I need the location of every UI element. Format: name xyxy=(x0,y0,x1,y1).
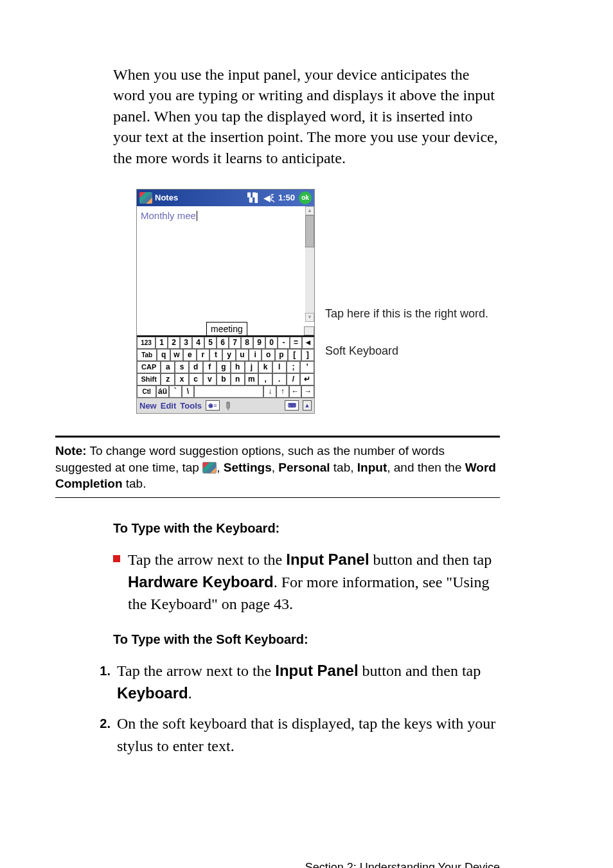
kb-6[interactable]: 6 xyxy=(217,337,229,349)
note-area[interactable]: Monthly mee ▲ ▼ xyxy=(137,206,314,322)
kb-a[interactable]: a xyxy=(161,361,175,373)
kb-ctl[interactable]: Ctl xyxy=(137,385,156,398)
kb-h[interactable]: h xyxy=(231,361,245,373)
kb-k[interactable]: k xyxy=(258,361,272,373)
label-hardware-keyboard: Hardware Keyboard xyxy=(128,573,274,590)
ok-button[interactable]: ok xyxy=(299,191,312,204)
kb-123[interactable]: 123 xyxy=(137,337,155,349)
kb-space[interactable] xyxy=(194,385,263,398)
scrollbar[interactable]: ▲ ▼ xyxy=(305,206,314,322)
kb-semi[interactable]: ; xyxy=(287,361,301,373)
kb-down[interactable]: ↓ xyxy=(263,385,276,398)
scroll-up-icon[interactable]: ▲ xyxy=(305,206,314,215)
kb-eq[interactable]: = xyxy=(290,337,302,349)
kb-4[interactable]: 4 xyxy=(192,337,204,349)
kb-x[interactable]: x xyxy=(175,373,189,385)
kb-t[interactable]: t xyxy=(209,349,222,361)
kb-5[interactable]: 5 xyxy=(204,337,217,349)
menu-tools[interactable]: Tools xyxy=(180,401,202,411)
heading-keyboard: To Type with the Keyboard: xyxy=(113,521,500,536)
pen-icon[interactable]: ✎ xyxy=(220,398,235,413)
kb-s[interactable]: s xyxy=(175,361,189,373)
kb-3[interactable]: 3 xyxy=(180,337,192,349)
input-panel-arrow[interactable]: ▲ xyxy=(303,400,312,411)
kb-rbracket[interactable]: ] xyxy=(301,349,314,361)
note-settings: Settings xyxy=(224,461,272,474)
step-1-number: 1. xyxy=(98,660,111,705)
kb-i[interactable]: i xyxy=(249,349,262,361)
kb-m[interactable]: m xyxy=(245,373,259,385)
signal-icon: ▝▞▌ xyxy=(244,193,259,202)
kb-f[interactable]: f xyxy=(203,361,217,373)
kb-7[interactable]: 7 xyxy=(229,337,241,349)
kb-up[interactable]: ↑ xyxy=(276,385,289,398)
kb-j[interactable]: j xyxy=(245,361,259,373)
kb-period[interactable]: . xyxy=(272,373,287,385)
kb-left[interactable]: ← xyxy=(289,385,302,398)
menu-bar: New Edit Tools ◉≡ ✎ ⌨ ▲ xyxy=(137,398,314,413)
kb-p[interactable]: p xyxy=(275,349,288,361)
note-personal: Personal xyxy=(278,461,330,474)
kb-slash[interactable]: / xyxy=(287,373,301,385)
kb-d[interactable]: d xyxy=(189,361,203,373)
kb-9[interactable]: 9 xyxy=(253,337,265,349)
label-input-panel: Input Panel xyxy=(286,551,369,568)
kb-lbracket[interactable]: [ xyxy=(288,349,301,361)
kb-comma[interactable]: , xyxy=(258,373,272,385)
word-suggestion[interactable]: meeting xyxy=(206,322,247,335)
kb-e[interactable]: e xyxy=(183,349,196,361)
intro-paragraph: When you use the input panel, your devic… xyxy=(113,64,500,168)
kb-cap[interactable]: CAP xyxy=(137,361,161,373)
step-2: 2. On the soft keyboard that is displaye… xyxy=(98,713,500,757)
kb-g[interactable]: g xyxy=(217,361,231,373)
scroll-down-icon[interactable]: ▼ xyxy=(305,313,314,322)
kb-backslash[interactable]: \ xyxy=(182,385,195,398)
kb-y[interactable]: y xyxy=(222,349,235,361)
kb-b[interactable]: b xyxy=(217,373,231,385)
kb-enter[interactable]: ↵ xyxy=(300,373,314,385)
kb-tab[interactable]: Tab xyxy=(137,349,157,361)
clock: 1:50 xyxy=(278,193,295,202)
kb-o[interactable]: o xyxy=(262,349,274,361)
kb-c[interactable]: c xyxy=(189,373,203,385)
kb-shift[interactable]: Shift xyxy=(137,373,161,385)
kb-1[interactable]: 1 xyxy=(155,337,168,349)
kb-l[interactable]: l xyxy=(272,361,287,373)
note-divider-bottom xyxy=(55,497,500,498)
kb-0[interactable]: 0 xyxy=(265,337,278,349)
kb-backspace[interactable]: ◄ xyxy=(302,337,314,349)
callouts: Tap here if this is the right word. Soft… xyxy=(325,189,488,371)
kb-r[interactable]: r xyxy=(197,349,209,361)
kb-z[interactable]: z xyxy=(161,373,175,385)
note-input: Input xyxy=(357,461,387,474)
start-flag-inline-icon xyxy=(202,462,217,474)
note-block: Note: To change word suggestion options,… xyxy=(55,429,500,504)
note-label: Note: xyxy=(55,444,87,457)
kb-q[interactable]: q xyxy=(157,349,170,361)
kb-2[interactable]: 2 xyxy=(168,337,180,349)
speaker-icon: ◀ξ xyxy=(263,193,274,203)
scroll-thumb[interactable] xyxy=(305,215,314,247)
kb-accent[interactable]: áü xyxy=(156,385,169,398)
callout-soft-keyboard: Soft Keyboard xyxy=(325,343,398,359)
kb-dash[interactable]: - xyxy=(278,337,290,349)
menu-new[interactable]: New xyxy=(139,401,157,411)
recording-icon[interactable]: ◉≡ xyxy=(206,400,220,411)
input-panel-icon[interactable]: ⌨ xyxy=(285,400,299,411)
step-2-number: 2. xyxy=(98,713,111,757)
kb-right[interactable]: → xyxy=(301,385,314,398)
bullet-item: Tap the arrow next to the Input Panel bu… xyxy=(113,549,500,616)
kb-v[interactable]: v xyxy=(203,373,217,385)
kb-8[interactable]: 8 xyxy=(241,337,253,349)
kb-n[interactable]: n xyxy=(231,373,245,385)
page-footer: Section 2: Understanding Your Device 2A:… xyxy=(113,860,500,868)
kb-backtick[interactable]: ` xyxy=(169,385,182,398)
suggestion-handle[interactable] xyxy=(304,326,314,335)
menu-edit[interactable]: Edit xyxy=(161,401,177,411)
kb-quote[interactable]: ' xyxy=(300,361,314,373)
kb-u[interactable]: u xyxy=(236,349,249,361)
kb-w[interactable]: w xyxy=(170,349,183,361)
figure: Notes ▝▞▌ ◀ξ 1:50 ok Monthly mee ▲ ▼ xyxy=(136,189,500,414)
start-flag-icon[interactable] xyxy=(139,192,152,204)
soft-keyboard[interactable]: 123 1 2 3 4 5 6 7 8 9 0 - = ◄ Tab xyxy=(137,336,314,398)
